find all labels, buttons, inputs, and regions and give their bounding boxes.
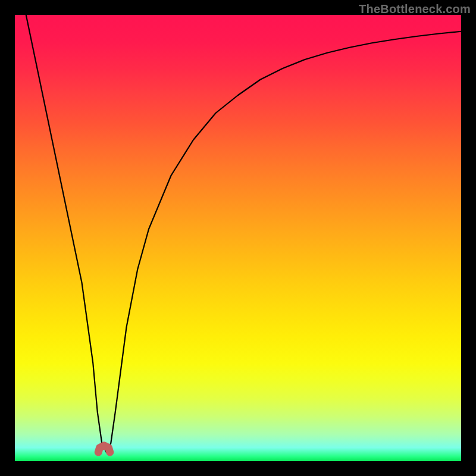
bottleneck-curve <box>26 15 461 452</box>
outer-frame: TheBottleneck.com <box>0 0 476 476</box>
zero-bottleneck-marker <box>98 446 110 452</box>
plot-area <box>15 15 461 461</box>
watermark-text: TheBottleneck.com <box>359 2 471 16</box>
chart-svg <box>15 15 461 461</box>
